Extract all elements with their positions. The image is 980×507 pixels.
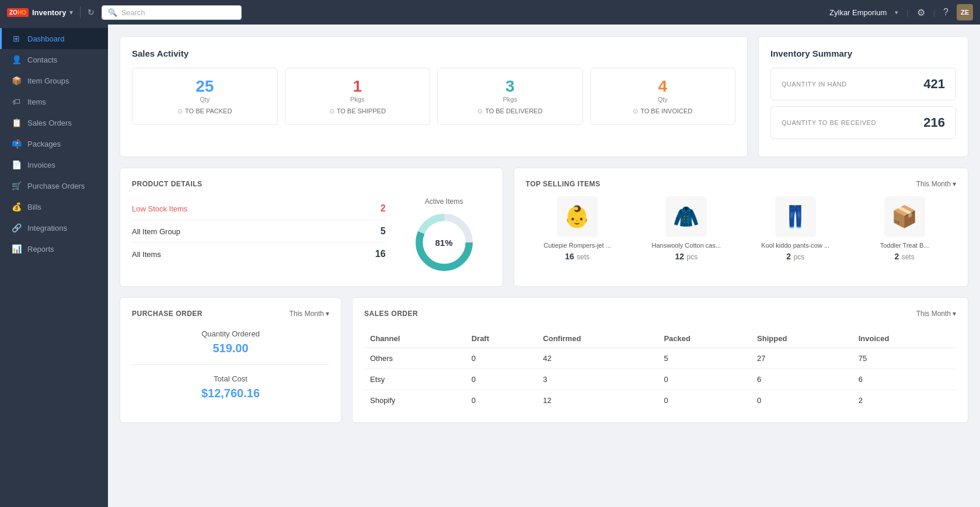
sidebar: ⊞Dashboard👤Contacts📦Item Groups🏷Items📋Sa… (0, 25, 108, 507)
activity-card-0[interactable]: 25 Qty ⊙ TO BE PACKED (132, 68, 278, 125)
sidebar-label-bills: Bills (27, 203, 41, 211)
so-table-row-0: Others04252775 (364, 348, 956, 369)
pd-stat-row-0[interactable]: Low Stock Items 2 (132, 197, 386, 220)
search-bar[interactable]: 🔍 Search (102, 5, 242, 20)
inv-row-value-0: 421 (923, 77, 945, 92)
period-dropdown-icon: ▾ (953, 180, 956, 188)
inv-row-value-1: 216 (923, 115, 945, 130)
pd-stat-value-1: 5 (381, 226, 386, 237)
sidebar-label-items: Items (27, 98, 46, 106)
sidebar-item-sales-orders[interactable]: 📋Sales Orders (0, 112, 108, 133)
ts-item-qty-1: 12 pcs (634, 251, 738, 262)
product-details-title: PRODUCT DETAILS (132, 180, 491, 188)
activity-card-3[interactable]: 4 Qty ⊙ TO BE INVOICED (590, 68, 736, 125)
po-title: PURCHASE ORDER (132, 310, 203, 318)
app-body: ⊞Dashboard👤Contacts📦Item Groups🏷Items📋Sa… (0, 25, 980, 507)
sidebar-item-items[interactable]: 🏷Items (0, 91, 108, 112)
pd-stat-label-0: Low Stock Items (132, 204, 187, 213)
po-cost-stat: Total Cost $12,760.16 (132, 374, 329, 400)
refresh-icon[interactable]: ↻ (88, 8, 95, 17)
so-col-header-channel: Channel (364, 329, 466, 348)
so-cell-1-0: Etsy (364, 369, 466, 390)
company-dropdown-icon[interactable]: ▾ (895, 9, 898, 16)
pd-stats: Low Stock Items 2 All Item Group 5 All I… (132, 197, 386, 275)
top-selling-item-2[interactable]: 👖 Kool kiddo pants-cow ... 2 pcs (744, 196, 847, 262)
inv-row-label-0: QUANTITY IN HAND (782, 81, 847, 88)
sidebar-icon-packages: 📫 (11, 139, 22, 148)
sidebar-label-integrations: Integrations (27, 224, 67, 232)
company-name[interactable]: Zylkar Emporium (829, 8, 887, 17)
po-cost-value: $12,760.16 (132, 387, 329, 400)
sidebar-item-item-groups[interactable]: 📦Item Groups (0, 70, 108, 91)
top-nav-right: Zylkar Emporium ▾ | ⚙ | ? ZE (829, 4, 973, 20)
activity-card-value-1: 1 (295, 78, 421, 96)
ts-item-qty-3: 2 sets (853, 251, 956, 262)
sidebar-item-contacts[interactable]: 👤Contacts (0, 49, 108, 70)
so-table-row-2: Shopify012002 (364, 390, 956, 411)
pd-stat-value-0: 2 (381, 203, 386, 214)
so-cell-0-3: 5 (658, 348, 751, 369)
sidebar-item-invoices[interactable]: 📄Invoices (0, 154, 108, 175)
sidebar-item-bills[interactable]: 💰Bills (0, 196, 108, 217)
pd-stat-value-2: 16 (375, 249, 386, 259)
sidebar-icon-reports: 📊 (11, 244, 22, 254)
sidebar-item-packages[interactable]: 📫Packages (0, 133, 108, 154)
so-period-select[interactable]: This Month ▾ (916, 310, 956, 318)
sidebar-icon-sales-orders: 📋 (11, 118, 22, 127)
sidebar-label-reports: Reports (27, 245, 54, 254)
activity-card-label-0: ⊙ TO BE PACKED (142, 107, 268, 115)
sales-order-table: ChannelDraftConfirmedPackedShippedInvoic… (364, 329, 956, 411)
product-details-inner: Low Stock Items 2 All Item Group 5 All I… (132, 197, 491, 275)
so-cell-1-5: 6 (853, 369, 956, 390)
inv-row-0: QUANTITY IN HAND421 (770, 68, 956, 100)
so-cell-2-0: Shopify (364, 390, 466, 411)
pd-chart: Active Items 81% (397, 197, 491, 275)
pd-stat-label-1: All Item Group (132, 227, 180, 236)
dropdown-arrow-icon[interactable]: ▾ (69, 9, 73, 16)
so-col-header-draft: Draft (466, 329, 538, 348)
po-qty-label: Quantity Ordered (132, 329, 329, 338)
sidebar-item-reports[interactable]: 📊Reports (0, 238, 108, 259)
sidebar-label-sales-orders: Sales Orders (27, 119, 72, 127)
ts-item-qty-2: 2 pcs (744, 251, 847, 262)
sidebar-icon-item-groups: 📦 (11, 76, 22, 85)
so-col-header-shipped: Shipped (751, 329, 853, 348)
help-button[interactable]: ? (943, 7, 948, 18)
po-period-select[interactable]: This Month ▾ (290, 310, 329, 318)
so-table-head: ChannelDraftConfirmedPackedShippedInvoic… (364, 329, 956, 348)
so-cell-0-0: Others (364, 348, 466, 369)
activity-card-value-2: 3 (447, 78, 573, 96)
top-selling-item-3[interactable]: 📦 Toddler Treat B... 2 sets (853, 196, 956, 262)
zoho-logo: ZOHO (7, 8, 29, 17)
activity-card-1[interactable]: 1 Pkgs ⊙ TO BE SHIPPED (285, 68, 431, 125)
top-selling-item-1[interactable]: 🧥 Hanswooly Cotton cas... 12 pcs (634, 196, 738, 262)
circle-check-icon-1: ⊙ (329, 107, 334, 115)
circle-check-icon-2: ⊙ (477, 107, 483, 115)
top-selling-period-select[interactable]: This Month ▾ (916, 180, 956, 188)
so-table-row-1: Etsy03066 (364, 369, 956, 390)
product-details-panel: PRODUCT DETAILS Low Stock Items 2 All It… (120, 168, 503, 287)
pd-stat-row-2: All Items 16 (132, 243, 386, 265)
so-cell-0-2: 42 (537, 348, 658, 369)
activity-card-2[interactable]: 3 Pkgs ⊙ TO BE DELIVERED (437, 68, 583, 125)
so-col-header-confirmed: Confirmed (537, 329, 658, 348)
inventory-summary-title: Inventory Summary (770, 48, 956, 58)
sidebar-label-purchase-orders: Purchase Orders (27, 182, 85, 190)
so-table-header-row: ChannelDraftConfirmedPackedShippedInvoic… (364, 329, 956, 348)
so-header: SALES ORDER This Month ▾ (364, 310, 956, 318)
top-selling-header: TOP SELLING ITEMS This Month ▾ (526, 180, 956, 188)
ts-item-name-3: Toddler Treat B... (853, 242, 956, 249)
top-selling-item-0[interactable]: 👶 Cutiepie Rompers-jet ... 16 sets (526, 196, 629, 262)
sidebar-item-integrations[interactable]: 🔗Integrations (0, 217, 108, 238)
sidebar-label-contacts: Contacts (27, 55, 57, 64)
chart-label: Active Items (425, 197, 463, 206)
settings-button[interactable]: ⚙ (917, 7, 925, 18)
so-title: SALES ORDER (364, 310, 418, 318)
sidebar-label-dashboard: Dashboard (27, 34, 65, 43)
so-cell-0-1: 0 (466, 348, 538, 369)
sidebar-item-dashboard[interactable]: ⊞Dashboard (0, 28, 108, 49)
so-col-header-packed: Packed (658, 329, 751, 348)
pd-stat-row-1: All Item Group 5 (132, 220, 386, 243)
inv-row-1: QUANTITY TO BE RECEIVED216 (770, 106, 956, 139)
sidebar-item-purchase-orders[interactable]: 🛒Purchase Orders (0, 175, 108, 196)
